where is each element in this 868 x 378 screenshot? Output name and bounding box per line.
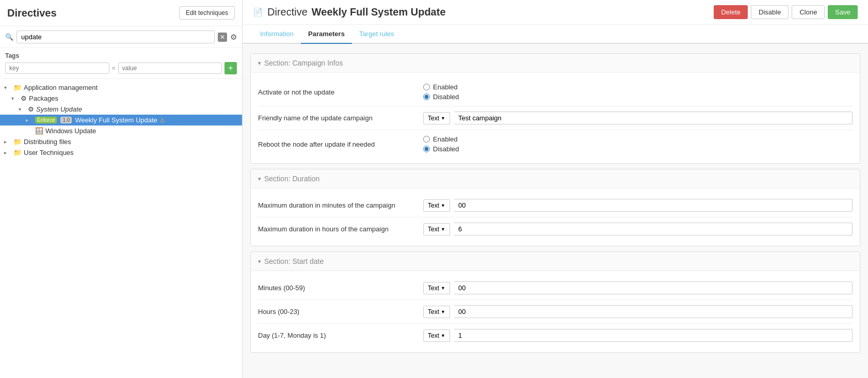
sidebar-item-user-techniques[interactable]: ▸ 📁 User Techniques: [0, 147, 242, 158]
field-hours: Hours (00-23) Text ▼: [258, 300, 853, 324]
toggle-icon: ▸: [26, 117, 33, 123]
filter-button[interactable]: ⚙: [230, 33, 237, 42]
toggle-icon: ▾: [11, 96, 19, 101]
sidebar-search: 🔍 ✕ ⚙: [0, 26, 242, 48]
sidebar-item-distributing-files[interactable]: ▸ 📁 Distributing files: [0, 136, 242, 147]
field-friendly-name: Friendly name of the update campaign Tex…: [258, 106, 853, 130]
version-badge: 1.0: [60, 117, 72, 123]
reboot-node-enabled-radio[interactable]: [423, 136, 430, 143]
reboot-node-disabled[interactable]: Disabled: [423, 145, 459, 153]
activate-update-disabled-radio[interactable]: [423, 93, 430, 100]
sidebar-item-system-update[interactable]: ▾ ⚙ System Update: [0, 104, 242, 115]
field-friendly-name-control: Text ▼: [423, 112, 853, 124]
section-duration-header[interactable]: ▾ Section: Duration: [251, 169, 860, 188]
max-duration-minutes-text-dropdown[interactable]: Text ▼: [423, 199, 450, 212]
field-minutes-label: Minutes (00-59): [258, 284, 423, 292]
max-duration-hours-text-dropdown[interactable]: Text ▼: [423, 223, 450, 235]
sidebar-item-label: Windows Update: [45, 127, 96, 135]
reboot-node-disabled-radio[interactable]: [423, 146, 430, 152]
toggle-icon: ▾: [19, 106, 26, 112]
tags-section: Tags = +: [0, 48, 242, 79]
sidebar-item-packages[interactable]: ▾ ⚙ Packages: [0, 93, 242, 104]
field-hours-label: Hours (00-23): [258, 308, 423, 316]
main-header: 📄 Directive Weekly Full System Update De…: [243, 0, 868, 25]
field-activate-update-control: Enabled Disabled: [423, 83, 853, 101]
sidebar-item-windows-update[interactable]: 🪟 Windows Update: [0, 125, 242, 136]
section-campaign-infos: ▾ Section: Campaign Infos Activate or no…: [250, 53, 860, 164]
activate-update-enabled[interactable]: Enabled: [423, 83, 459, 91]
field-max-duration-hours-control: Text ▼: [423, 223, 853, 235]
activate-update-disabled[interactable]: Disabled: [423, 93, 459, 101]
tags-value-input[interactable]: [118, 62, 222, 74]
field-day-label: Day (1-7, Monday is 1): [258, 332, 423, 339]
edit-techniques-button[interactable]: Edit techniques: [179, 6, 235, 20]
field-max-duration-hours: Maximum duration in hours of the campaig…: [258, 217, 853, 241]
sidebar-item-app-mgmt[interactable]: ▾ 📁 Application management: [0, 82, 242, 93]
section-campaign-infos-body: Activate or not the update Enabled Disab…: [251, 73, 860, 163]
text-btn-label: Text: [428, 308, 439, 316]
gear-icon: ⚙: [21, 94, 27, 102]
tab-information[interactable]: Information: [253, 25, 301, 44]
toggle-icon: ▸: [4, 139, 11, 145]
field-day-control: Text ▼: [423, 329, 853, 342]
section-start-date: ▾ Section: Start date Minutes (00-59) Te…: [250, 251, 860, 353]
enforce-badge: Enforce: [35, 117, 57, 123]
text-btn-label: Text: [428, 332, 439, 339]
day-text-dropdown[interactable]: Text ▼: [423, 329, 450, 342]
field-friendly-name-label: Friendly name of the update campaign: [258, 114, 423, 122]
sidebar-item-label: System Update: [36, 105, 82, 113]
directive-title-bold: Weekly Full System Update: [312, 6, 446, 18]
field-minutes-control: Text ▼: [423, 281, 853, 294]
field-reboot-node-label: Reboot the node after update if needed: [258, 140, 423, 148]
tags-add-button[interactable]: +: [224, 62, 237, 74]
reboot-node-enabled[interactable]: Enabled: [423, 135, 459, 143]
field-max-duration-hours-label: Maximum duration in hours of the campaig…: [258, 225, 423, 233]
text-btn-label: Text: [428, 115, 439, 122]
disable-button[interactable]: Disable: [751, 5, 789, 19]
activate-update-enabled-radio[interactable]: [423, 84, 430, 90]
section-duration-body: Maximum duration in minutes of the campa…: [251, 188, 860, 246]
section-start-date-body: Minutes (00-59) Text ▼ Hours (00-23): [251, 271, 860, 352]
directive-title-prefix: Directive: [267, 6, 308, 18]
sidebar-item-weekly-full[interactable]: ▸ Enforce 1.0 Weekly Full System Update …: [0, 115, 242, 125]
max-duration-minutes-input[interactable]: [454, 199, 853, 212]
minutes-text-dropdown[interactable]: Text ▼: [423, 282, 450, 294]
tabs: Information Parameters Target rules: [243, 25, 868, 44]
friendly-name-text-dropdown[interactable]: Text ▼: [423, 112, 450, 124]
max-duration-hours-input[interactable]: [454, 223, 853, 235]
section-start-date-header[interactable]: ▾ Section: Start date: [251, 252, 860, 271]
tab-target-rules[interactable]: Target rules: [352, 25, 401, 44]
windows-icon: 🪟: [35, 127, 43, 135]
text-btn-label: Text: [428, 285, 439, 292]
section-toggle-icon: ▾: [258, 258, 261, 265]
section-campaign-infos-header[interactable]: ▾ Section: Campaign Infos: [251, 54, 860, 73]
tags-key-input[interactable]: [5, 62, 109, 74]
sidebar-item-label: Distributing files: [24, 138, 71, 146]
search-icon: 🔍: [5, 33, 13, 41]
field-activate-update-label: Activate or not the update: [258, 88, 423, 96]
save-button[interactable]: Save: [828, 5, 858, 19]
field-day: Day (1-7, Monday is 1) Text ▼: [258, 324, 853, 347]
minutes-input[interactable]: [454, 281, 853, 294]
field-hours-control: Text ▼: [423, 305, 853, 318]
friendly-name-input[interactable]: [454, 112, 853, 124]
clear-search-button[interactable]: ✕: [218, 33, 227, 42]
tab-parameters[interactable]: Parameters: [301, 25, 352, 44]
reboot-node-enabled-label: Enabled: [433, 135, 458, 143]
section-toggle-icon: ▾: [258, 60, 261, 67]
field-minutes: Minutes (00-59) Text ▼: [258, 276, 853, 300]
clone-button[interactable]: Clone: [792, 5, 825, 19]
folder-icon: 📁: [13, 138, 22, 146]
day-input[interactable]: [454, 329, 853, 342]
delete-button[interactable]: Delete: [714, 5, 748, 19]
sidebar: Directives Edit techniques 🔍 ✕ ⚙ Tags = …: [0, 0, 243, 378]
sidebar-item-label: Weekly Full System Update: [75, 116, 157, 124]
field-reboot-node: Reboot the node after update if needed E…: [258, 130, 853, 158]
field-activate-update: Activate or not the update Enabled Disab…: [258, 78, 853, 106]
sidebar-tree: ▾ 📁 Application management ▾ ⚙ Packages …: [0, 79, 242, 378]
folder-icon: 📁: [13, 149, 22, 156]
hours-input[interactable]: [454, 305, 853, 318]
search-input[interactable]: [17, 30, 215, 43]
caret-icon: ▼: [441, 309, 445, 314]
hours-text-dropdown[interactable]: Text ▼: [423, 306, 450, 318]
